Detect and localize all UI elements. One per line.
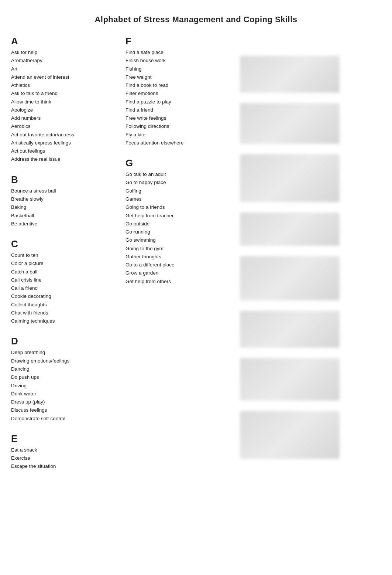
- list-item: Aromatherapy: [11, 57, 118, 65]
- list-item: Artistically express feelings: [11, 139, 118, 147]
- items-g: Go talk to an adult Go to happy place Go…: [125, 170, 233, 286]
- list-item: Chat with friends: [11, 309, 118, 317]
- list-item: Eat a snack: [11, 446, 118, 454]
- list-item: Athletics: [11, 81, 118, 89]
- section-d: D Deep breathing Drawing emotions/feelin…: [11, 336, 118, 422]
- list-item: Filter emotions: [125, 89, 233, 98]
- list-item: Allow time to think: [11, 98, 118, 106]
- section-e: E Eat a snack Exercise Escape the situat…: [11, 433, 118, 471]
- list-item: Grow a garden: [125, 269, 233, 277]
- list-item: Go talk to an adult: [125, 170, 233, 178]
- items-c: Count to ten Color a picture Catch a bal…: [11, 251, 118, 325]
- list-item: Breathe slowly: [11, 195, 118, 203]
- list-item: Go to happy place: [125, 178, 233, 187]
- list-item: Collect thoughts: [11, 301, 118, 309]
- list-item: Be attentive: [11, 220, 118, 228]
- list-item: Golfing: [125, 187, 233, 195]
- letter-f: F: [125, 35, 233, 47]
- list-item: Going to the gym: [125, 245, 233, 253]
- list-item: Go outside: [125, 220, 233, 228]
- items-a: Ask for help Aromatherapy Art Attend an …: [11, 48, 118, 164]
- list-item: Act out feelings: [11, 147, 118, 155]
- column-2: F Find a safe place Finish house work Fi…: [125, 35, 233, 296]
- list-item: Find a friend: [125, 106, 233, 114]
- list-item: Call a friend: [11, 284, 118, 292]
- list-item: Act out favorite actor/actress: [11, 131, 118, 139]
- column-3-images: [240, 35, 380, 463]
- list-item: Bounce a stress ball: [11, 187, 118, 195]
- section-f: F Find a safe place Finish house work Fi…: [125, 35, 233, 147]
- blurred-image-7: [240, 358, 340, 401]
- list-item: Free weight: [125, 73, 233, 81]
- list-item: Drink water: [11, 390, 118, 398]
- blurred-image-5: [240, 256, 340, 300]
- list-item: Focus attention elsewhere: [125, 139, 233, 147]
- letter-b: B: [11, 174, 118, 186]
- letter-g: G: [125, 157, 233, 169]
- list-item: Dancing: [11, 365, 118, 373]
- list-item: Catch a ball: [11, 268, 118, 276]
- letter-e: E: [11, 433, 118, 445]
- list-item: Add numbers: [11, 114, 118, 122]
- list-item: Gather thoughts: [125, 253, 233, 261]
- list-item: Color a picture: [11, 259, 118, 268]
- list-item: Deep breathing: [11, 348, 118, 357]
- list-item: Find a puzzle to play: [125, 98, 233, 106]
- list-item: Discuss feelings: [11, 406, 118, 414]
- blurred-image-8: [240, 411, 340, 459]
- list-item: Find a safe place: [125, 48, 233, 57]
- items-f: Find a safe place Finish house work Fish…: [125, 48, 233, 147]
- list-item: Apologize: [11, 106, 118, 114]
- list-item: Address the real issue: [11, 155, 118, 163]
- column-1: A Ask for help Aromatherapy Art Attend a…: [11, 35, 118, 481]
- list-item: Aerobics: [11, 122, 118, 130]
- list-item: Ask to talk to a friend: [11, 89, 118, 98]
- list-item: Demonstrate self-control: [11, 415, 118, 423]
- list-item: Go to a different place: [125, 261, 233, 269]
- list-item: Escape the situation: [11, 462, 118, 470]
- list-item: Find a book to read: [125, 81, 233, 89]
- blurred-image-6: [240, 311, 340, 348]
- letter-c: C: [11, 238, 118, 250]
- list-item: Baking: [11, 203, 118, 211]
- list-item: Fly a kite: [125, 131, 233, 139]
- list-item: Free write feelings: [125, 114, 233, 122]
- blurred-image-4: [240, 212, 340, 246]
- list-item: Basketball: [11, 212, 118, 220]
- section-g: G Go talk to an adult Go to happy place …: [125, 157, 233, 286]
- list-item: Following directions: [125, 122, 233, 130]
- blurred-image-2: [240, 103, 340, 144]
- list-item: Driving: [11, 382, 118, 390]
- list-item: Do push ups: [11, 373, 118, 381]
- list-item: Going to a friends: [125, 203, 233, 211]
- list-item: Go swimming: [125, 236, 233, 244]
- list-item: Get help from others: [125, 278, 233, 286]
- blurred-image-3: [240, 154, 340, 202]
- list-item: Dress up (play): [11, 398, 118, 406]
- items-b: Bounce a stress ball Breathe slowly Baki…: [11, 187, 118, 228]
- blurred-image-1: [240, 56, 340, 93]
- list-item: Fishing: [125, 65, 233, 73]
- list-item: Go running: [125, 228, 233, 236]
- section-b: B Bounce a stress ball Breathe slowly Ba…: [11, 174, 118, 228]
- list-item: Cookie decorating: [11, 292, 118, 300]
- list-item: Attend an event of interest: [11, 73, 118, 81]
- list-item: Finish house work: [125, 57, 233, 65]
- list-item: Get help from teacher: [125, 212, 233, 220]
- list-item: Art: [11, 65, 118, 73]
- list-item: Ask for help: [11, 48, 118, 57]
- list-item: Calming techniques: [11, 317, 118, 325]
- page-title: Alphabet of Stress Management and Coping…: [11, 15, 381, 24]
- list-item: Count to ten: [11, 251, 118, 259]
- section-a: A Ask for help Aromatherapy Art Attend a…: [11, 35, 118, 164]
- letter-d: D: [11, 336, 118, 347]
- section-c: C Count to ten Color a picture Catch a b…: [11, 238, 118, 325]
- list-item: Call crisis line: [11, 276, 118, 284]
- list-item: Exercise: [11, 454, 118, 462]
- letter-a: A: [11, 35, 118, 47]
- items-e: Eat a snack Exercise Escape the situatio…: [11, 446, 118, 471]
- items-d: Deep breathing Drawing emotions/feelings…: [11, 348, 118, 422]
- list-item: Games: [125, 195, 233, 203]
- list-item: Drawing emotions/feelings: [11, 357, 118, 365]
